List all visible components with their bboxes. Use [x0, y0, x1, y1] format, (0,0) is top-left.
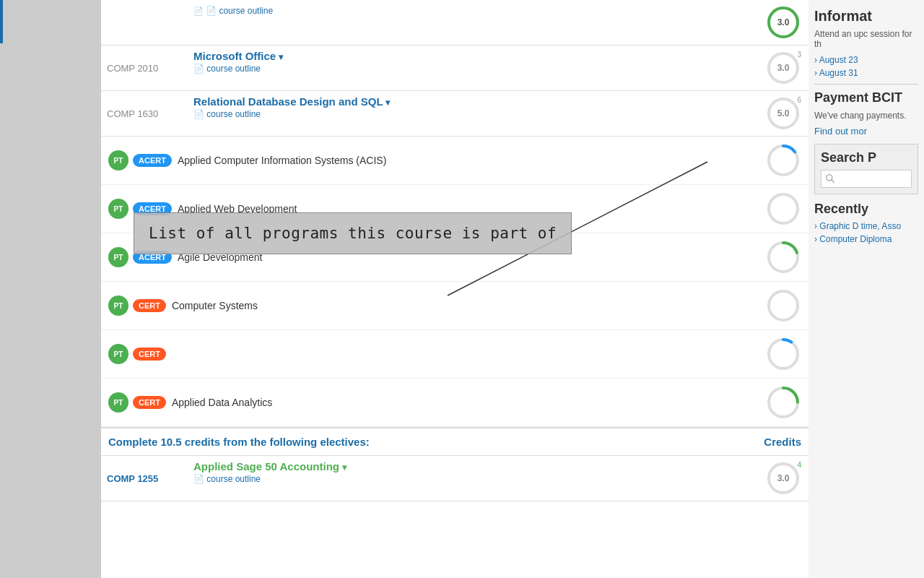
pt-badge-2: PT	[108, 199, 128, 219]
search-title: Search P	[821, 150, 912, 165]
programs-section: PT ACERT Applied Computer Information Sy…	[101, 137, 808, 427]
main-content: 📄 course outline 3.0 COMP 2010 Microsoft	[101, 0, 808, 578]
comp1255-code[interactable]: COMP 1255	[107, 473, 158, 484]
pt-badge-5: PT	[108, 344, 128, 364]
cert-badge-5: CERT	[133, 348, 166, 361]
comp1255-name: Applied Sage 50 Accounting	[193, 460, 339, 473]
course-outline-link-3[interactable]: 📄 course outline	[193, 109, 261, 119]
svg-text:3.0: 3.0	[777, 63, 790, 73]
acert-badge-1: ACERT	[133, 154, 172, 167]
recently-title: Recently	[814, 202, 918, 217]
comp1630-name: Relational Database Design and SQL	[193, 95, 383, 108]
pt-badge-3: PT	[108, 247, 128, 267]
tooltip-overlay: List of all programs this course is part…	[134, 212, 572, 254]
right-sidebar: Informat Attend an upc session for th › …	[808, 0, 924, 578]
recently-link-1[interactable]: › Graphic D time, Asso	[814, 221, 918, 231]
info-title: Informat	[814, 7, 918, 25]
svg-point-14	[769, 340, 798, 368]
svg-point-10	[769, 194, 798, 223]
info-text: Attend an upc session for th	[814, 29, 918, 49]
svg-text:3.0: 3.0	[777, 17, 790, 27]
program-row-5[interactable]: PT CERT	[101, 330, 808, 379]
search-section: Search P	[814, 144, 918, 194]
program-name-4: Computer Systems	[172, 300, 765, 311]
payment-section: Payment BCIT We've chang payments. Find …	[814, 90, 918, 137]
electives-title: Complete 10.5 credits from the following…	[108, 436, 370, 448]
august31-link[interactable]: › August 31	[814, 68, 918, 78]
august23-link[interactable]: › August 23	[814, 55, 918, 65]
left-sidebar	[0, 0, 101, 578]
tooltip-text: List of all programs this course is part…	[149, 225, 557, 242]
course-outline-row: 📄 course outline 3.0	[101, 0, 808, 46]
svg-text:5.0: 5.0	[777, 108, 790, 118]
electives-credits-label: Credits	[764, 436, 801, 448]
recently-link-2[interactable]: › Computer Diploma	[814, 234, 918, 244]
cert-badge-6: CERT	[133, 396, 166, 409]
sidebar-divider-1	[814, 84, 918, 85]
payment-text: We've chang payments.	[814, 111, 918, 121]
course-outline-link-2[interactable]: 📄 course outline	[193, 64, 261, 74]
payment-title: Payment BCIT	[814, 90, 918, 106]
program-name-6: Applied Data Analytics	[172, 397, 765, 408]
search-input[interactable]	[837, 173, 908, 184]
pt-badge-6: PT	[108, 392, 128, 413]
svg-point-20	[827, 175, 832, 181]
pt-badge-4: PT	[108, 296, 128, 316]
search-icon	[825, 173, 835, 184]
comp2010-name: Microsoft Office	[193, 50, 276, 62]
find-out-link[interactable]: Find out mor	[814, 126, 867, 137]
course-outline-link-elective[interactable]: 📄 course outline	[193, 474, 261, 484]
comp2010-row: COMP 2010 Microsoft Office ▾ 📄 course ou…	[101, 46, 808, 91]
info-section: Informat Attend an upc session for th › …	[814, 7, 918, 78]
comp1630-code: COMP 1630	[107, 108, 158, 119]
comp1630-row: COMP 1630 Relational Database Design and…	[101, 91, 808, 137]
program-row-acis[interactable]: PT ACERT Applied Computer Information Sy…	[101, 137, 808, 185]
cert-badge-4: CERT	[133, 299, 166, 312]
course-outline-link-1[interactable]: 📄 course outline	[193, 6, 273, 16]
comp1255-row: COMP 1255 Applied Sage 50 Accounting ▾ 📄…	[101, 456, 808, 501]
program-name-1: Applied Computer Information Systems (AC…	[178, 155, 765, 166]
electives-header: Complete 10.5 credits from the following…	[101, 427, 808, 456]
pt-badge-1: PT	[108, 150, 128, 171]
program-row-cs[interactable]: PT CERT Computer Systems	[101, 282, 808, 330]
recently-section: Recently › Graphic D time, Asso › Comput…	[814, 202, 918, 244]
svg-text:3.0: 3.0	[777, 473, 790, 483]
program-row-ada[interactable]: PT CERT Applied Data Analytics	[101, 379, 808, 427]
comp2010-code: COMP 2010	[107, 63, 158, 74]
svg-point-13	[769, 291, 798, 320]
svg-line-21	[832, 180, 834, 183]
